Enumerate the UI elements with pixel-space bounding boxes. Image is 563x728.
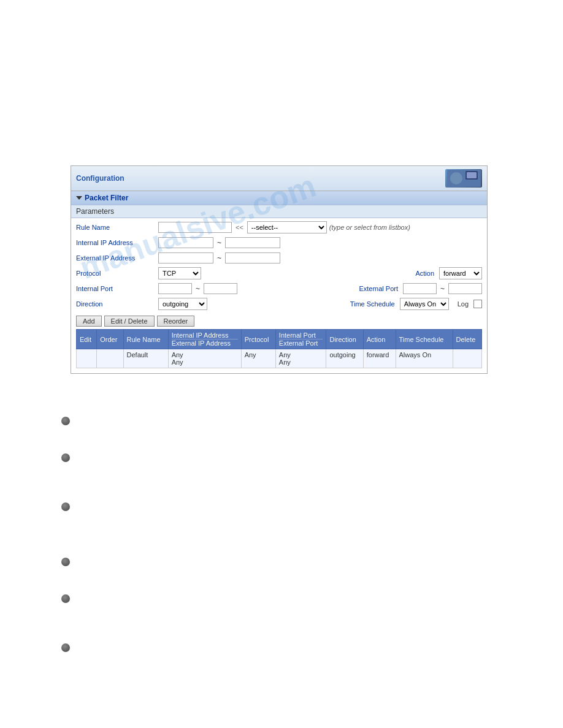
table-wrapper: Edit Order Rule Name Internal IP Address [71,329,487,373]
external-port-label: External Port [359,285,398,292]
rule-name-row: Rule Name << --select-- (type or select … [76,221,482,234]
packet-filter-table: Edit Order Rule Name Internal IP Address [76,329,482,368]
external-ip-label: External IP Address [76,254,156,262]
time-schedule-label: Time Schedule [350,300,395,308]
external-port-from[interactable] [403,283,437,294]
cell-order [97,349,123,368]
rule-name-select[interactable]: --select-- [247,221,327,233]
th-port: Internal Port External Port [275,330,326,349]
action-label: Action [415,270,434,277]
rule-name-label: Rule Name [76,224,156,231]
edit-delete-button[interactable]: Edit / Delete [104,316,155,327]
th-protocol: Prctocol [241,330,275,349]
bullet-3 [61,502,70,513]
th-ip-address: Internal IP Address External IP Address [168,330,241,349]
th-order: Order [97,330,123,349]
internal-port-to[interactable] [204,283,237,294]
cell-direction: outgoing [326,349,363,368]
log-checkbox[interactable] [473,300,482,308]
port-row: Internal Port ~ External Port ~ [76,282,482,295]
cell-protocol: Any [241,349,275,368]
direction-label: Direction [76,300,156,308]
table-row: Default Any Any Any Any Any outgoing [77,349,482,368]
config-panel: Configuration Packet Filter Parameters [71,165,488,374]
th-action: Action [363,330,396,349]
page-wrapper: manualsive.com Configuration Packet Filt… [0,0,563,728]
log-label: Log [458,300,469,308]
cell-ip: Any Any [168,349,241,368]
tilde-sep-1: ~ [216,238,223,247]
tilde-sep-2: ~ [216,254,223,262]
btn-row: Add Edit / Delete Reorder [71,313,487,329]
external-ip-from[interactable] [158,252,213,264]
direction-select[interactable]: outgoing incoming both [158,298,207,310]
internal-ip-row: Internal IP Address ~ [76,236,482,249]
add-button[interactable]: Add [76,316,102,327]
section-title: Packet Filter [85,194,128,202]
internal-ip-to[interactable] [225,237,280,248]
direction-time-row: Direction outgoing incoming both Time Sc… [76,297,482,311]
rule-name-hint: (type or select from listbox) [329,224,410,231]
rule-name-input[interactable] [158,222,232,233]
cell-time-schedule: Always On [396,349,453,368]
th-rule-name: Rule Name [123,330,168,349]
internal-port-from[interactable] [158,283,192,294]
th-delete: Delete [453,330,481,349]
cell-edit [77,349,97,368]
protocol-action-row: Protocol TCP UDP ICMP Any Action forward… [76,267,482,280]
header-logo [445,169,482,188]
cell-rule-name: Default [123,349,168,368]
internal-ip-from[interactable] [158,237,213,248]
bullet-2 [61,453,70,464]
tilde-sep-3: ~ [194,284,201,293]
external-ip-to[interactable] [225,252,280,264]
tilde-sep-4: ~ [439,284,446,293]
th-time-schedule: Time Schedule [396,330,453,349]
collapse-icon[interactable] [76,196,82,200]
section-title-bar: Packet Filter [71,191,487,205]
cell-action: forward [363,349,396,368]
params-label: Parameters [76,207,114,216]
external-port-to[interactable] [448,283,482,294]
bullet-4 [61,558,70,568]
th-edit: Edit [77,330,97,349]
packet-filter-section: Packet Filter Parameters Rule Name << --… [71,191,487,373]
action-select[interactable]: forward drop [439,267,482,279]
protocol-label: Protocol [76,270,156,277]
reorder-button[interactable]: Reorder [157,316,195,327]
config-title: Configuration [76,174,124,183]
cell-port: Any Any [275,349,326,368]
th-direction: Direction [326,330,363,349]
bullet-5 [61,594,70,605]
cell-delete [453,349,481,368]
internal-ip-label: Internal IP Address [76,239,156,246]
params-bar: Parameters [71,205,487,218]
time-schedule-select[interactable]: Always On [400,298,449,310]
bullet-6 [61,643,70,654]
svg-point-3 [450,172,462,184]
form-grid: Rule Name << --select-- (type or select … [71,218,487,313]
protocol-select[interactable]: TCP UDP ICMP Any [158,267,201,279]
bullet-1 [61,417,70,427]
external-ip-row: External IP Address ~ [76,251,482,265]
internal-port-label: Internal Port [76,285,156,292]
config-header: Configuration [71,166,487,191]
svg-rect-2 [467,172,477,178]
